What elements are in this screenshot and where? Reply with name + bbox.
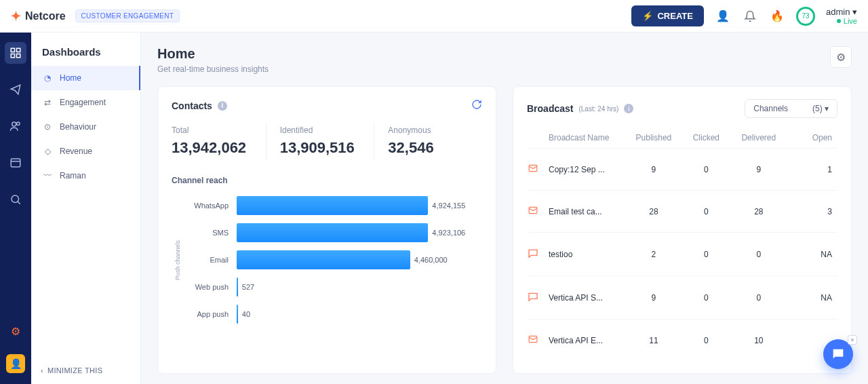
contacts-card: Contacts i Total 13,942,062 Identified 1… [157, 86, 496, 374]
topbar: ✦ Netcore CUSTOMER ENGAGEMENT ⚡ CREATE 👤… [0, 0, 868, 33]
chat-fab[interactable]: × [823, 339, 853, 369]
chart-bar-row: App push40 [181, 301, 482, 328]
sidebar: Dashboards ◔Home⇄Engagement⊙Behaviour◇Re… [31, 33, 141, 384]
nav-label: Home [60, 73, 81, 83]
flame-icon[interactable]: 🔥 [769, 8, 785, 24]
broadcast-card: Broadcast (Last: 24 hrs) i Channels (5) … [513, 86, 852, 374]
rail-content-icon[interactable] [5, 152, 26, 174]
row-type-icon [527, 248, 549, 261]
nav-icon: 〰 [42, 170, 53, 181]
row-clicked: 0 [680, 207, 732, 216]
sidebar-item-raman[interactable]: 〰Raman [31, 164, 140, 188]
chevron-left-icon: ‹ [41, 366, 43, 375]
user-avatar-icon[interactable]: 👤 [715, 8, 731, 24]
sidebar-item-behaviour[interactable]: ⊙Behaviour [31, 115, 140, 139]
row-delivered: 10 [732, 336, 785, 345]
nav-label: Revenue [60, 147, 92, 156]
chevron-down-icon: ▾ [825, 104, 829, 113]
rail-profile-icon[interactable]: 👤 [6, 354, 25, 373]
chart-title: Channel reach [172, 176, 482, 185]
info-icon[interactable]: i [624, 104, 633, 113]
sidebar-item-engagement[interactable]: ⇄Engagement [31, 90, 140, 115]
chart-bar-row: SMS4,923,106 [181, 219, 482, 246]
bar-label: WhatsApp [181, 201, 229, 210]
stat-total: 13,942,062 [172, 139, 252, 157]
row-published: 11 [627, 336, 679, 345]
rail-campaign-icon[interactable] [5, 79, 26, 100]
bar-label: Web push [181, 283, 229, 291]
col-delivered: Delivered [732, 133, 785, 142]
bar-value: 4,460,000 [414, 256, 448, 264]
rail-search-icon[interactable] [5, 189, 26, 210]
nav-icon: ◇ [42, 146, 53, 157]
sidebar-title: Dashboards [31, 33, 140, 66]
nav-icon: ⇄ [42, 97, 53, 108]
row-delivered: 0 [732, 293, 785, 303]
row-published: 28 [627, 207, 679, 216]
row-clicked: 0 [680, 250, 732, 259]
channel-label: Channels [753, 104, 788, 113]
create-button[interactable]: ⚡ CREATE [631, 5, 703, 26]
row-clicked: 0 [680, 336, 732, 345]
bar-label: SMS [181, 229, 229, 237]
table-row[interactable]: Email test ca...280283 [527, 190, 837, 232]
bell-icon[interactable] [742, 8, 758, 24]
row-clicked: 0 [680, 165, 732, 174]
row-delivered: 28 [732, 207, 785, 216]
svg-rect-3 [17, 54, 20, 58]
contacts-title: Contacts [172, 100, 212, 111]
nav-icon: ◔ [42, 73, 53, 83]
product-tag: CUSTOMER ENGAGEMENT [75, 9, 180, 22]
chevron-down-icon: ▾ [852, 7, 857, 17]
row-name: Copy:12 Sep ... [549, 165, 627, 174]
brand-logo[interactable]: ✦ Netcore [11, 9, 66, 24]
bar-value: 4,924,155 [432, 201, 465, 210]
broadcast-period: (Last: 24 hrs) [578, 105, 618, 113]
create-label: CREATE [657, 11, 692, 21]
refresh-icon[interactable] [471, 99, 482, 112]
status-badge: Live [826, 17, 857, 25]
chart-ylabel: Push channels [172, 192, 181, 328]
page-title: Home [157, 46, 269, 62]
row-open: 3 [785, 207, 837, 216]
col-clicked: Clicked [680, 133, 732, 142]
row-published: 2 [627, 250, 679, 259]
close-icon[interactable]: × [848, 335, 857, 345]
bar-value: 4,923,106 [432, 229, 465, 237]
col-open: Open [785, 133, 837, 142]
rail-settings-icon[interactable]: ⚙ [5, 320, 26, 342]
page-subtitle: Get real-time business insights [157, 64, 269, 74]
sidebar-item-home[interactable]: ◔Home [31, 66, 140, 90]
row-type-icon [527, 291, 549, 304]
channel-selector[interactable]: Channels (5) ▾ [745, 99, 837, 118]
chart-bar-row: Email4,460,000 [181, 246, 482, 273]
rail-users-icon[interactable] [5, 115, 26, 137]
topbar-right: ⚡ CREATE 👤 🔥 73 admin ▾ Live [631, 5, 857, 26]
health-ring[interactable]: 73 [796, 7, 815, 26]
row-name: testioo [549, 250, 627, 259]
user-menu[interactable]: admin ▾ Live [826, 7, 857, 25]
table-row[interactable]: Vertica API S...900NA [527, 275, 837, 319]
page-settings-button[interactable]: ⚙ [830, 46, 852, 68]
nav-label: Behaviour [60, 122, 96, 132]
row-type-icon [527, 206, 549, 217]
row-delivered: 0 [732, 250, 785, 259]
rail-dashboard-icon[interactable] [5, 42, 26, 64]
info-icon[interactable]: i [218, 101, 227, 111]
bar-fill [237, 305, 238, 324]
svg-line-9 [18, 201, 20, 204]
row-name: Vertica API E... [549, 336, 627, 345]
row-type-icon [527, 334, 549, 346]
table-row[interactable]: Copy:12 Sep ...9091 [527, 148, 837, 190]
icon-rail: ⚙ 👤 [0, 33, 31, 384]
minimize-sidebar-button[interactable]: ‹ MINIMIZE THIS [31, 357, 140, 384]
table-row[interactable]: Vertica API E...11010 [527, 319, 837, 361]
svg-rect-1 [17, 48, 20, 52]
table-row[interactable]: testioo200NA [527, 232, 837, 275]
bar-fill [237, 277, 238, 296]
bar-value: 527 [242, 283, 254, 291]
bar-fill [237, 250, 410, 269]
row-open: NA [785, 250, 837, 259]
sidebar-item-revenue[interactable]: ◇Revenue [31, 139, 140, 164]
row-published: 9 [627, 293, 679, 303]
